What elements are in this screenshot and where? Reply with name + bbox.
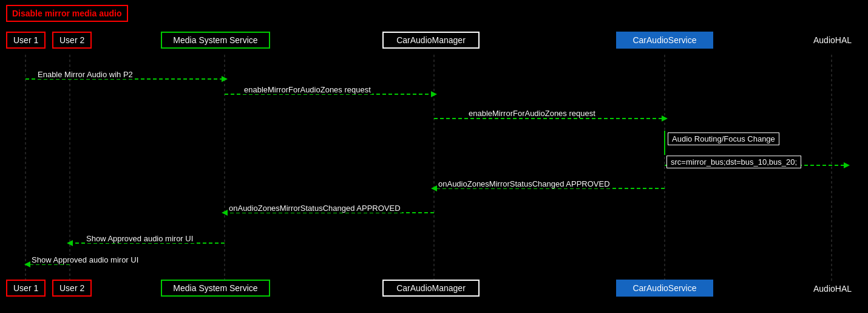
- actor-user2-bottom: User 2: [52, 280, 92, 297]
- msg-label-m6: onAudioZonesMirrorStatusChanged APPROVED: [437, 179, 611, 188]
- msg-label-m3: enableMirrorForAudioZones request: [467, 109, 597, 118]
- actor-audiohal-top: AudioHAL: [813, 35, 852, 45]
- actor-caraudiomanager-top: CarAudioManager: [382, 32, 480, 49]
- msg-label-m2: enableMirrorForAudioZones request: [243, 85, 372, 94]
- actor-user2-top: User 2: [52, 32, 92, 49]
- actor-caraudioservice-top: CarAudioService: [616, 32, 713, 49]
- msg-label-m4: Audio Routing/Focus Change: [668, 132, 779, 145]
- msg-label-m9: Show Approved audio miror UI: [30, 255, 140, 264]
- actor-mediasystem-bottom: Media System Service: [161, 280, 270, 297]
- msg-label-m8: Show Approved audio miror UI: [85, 234, 194, 243]
- svg-marker-11: [662, 115, 668, 122]
- svg-marker-17: [222, 210, 228, 216]
- msg-label-m7: onAudioZonesMirrorStatusChanged APPROVED: [228, 204, 402, 213]
- svg-marker-21: [24, 261, 30, 267]
- actor-user1-bottom: User 1: [6, 280, 46, 297]
- svg-marker-9: [431, 91, 437, 97]
- svg-marker-13: [844, 162, 850, 168]
- svg-marker-19: [67, 240, 73, 246]
- actor-caraudioservice-bottom: CarAudioService: [616, 280, 713, 297]
- svg-marker-15: [431, 185, 437, 191]
- actor-audiohal-bottom: AudioHAL: [813, 284, 852, 294]
- actor-mediasystem-top: Media System Service: [161, 32, 270, 49]
- diagram-container: Disable mirror media audio User 1 User 2…: [0, 0, 868, 313]
- actor-caraudiomanager-bottom: CarAudioManager: [382, 280, 480, 297]
- title-text: Disable mirror media audio: [12, 9, 122, 18]
- svg-marker-7: [222, 76, 228, 82]
- title-box: Disable mirror media audio: [6, 5, 128, 22]
- msg-label-m1: Enable Mirror Audio wih P2: [36, 70, 134, 79]
- msg-label-m5: src=mirror_bus;dst=bus_10,bus_20;: [666, 156, 801, 168]
- actor-user1-top: User 1: [6, 32, 46, 49]
